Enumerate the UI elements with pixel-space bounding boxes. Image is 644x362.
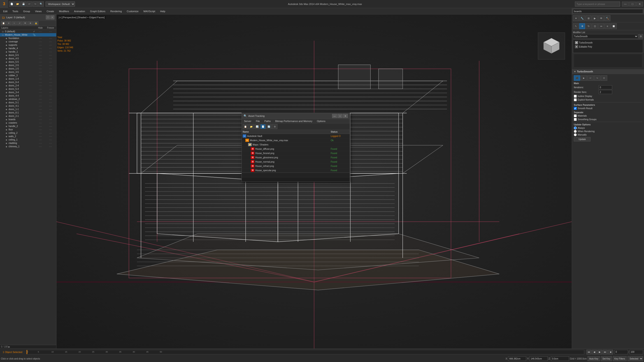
asset-tool-3[interactable]: 📊 — [254, 124, 260, 129]
turbsmooth-btn3[interactable]: ↩ — [587, 75, 594, 81]
always-radio[interactable] — [574, 126, 577, 129]
layer-item[interactable]: ◆ ceiling_1 ---- ---- — [0, 138, 56, 141]
asset-tracker-btn[interactable]: 🔍 — [38, 1, 44, 7]
minimize-btn[interactable]: — — [622, 1, 629, 6]
asset-tool-4[interactable]: 📑 — [260, 124, 266, 129]
asset-refresh-btn[interactable]: 🔄 — [266, 124, 272, 129]
layer-item[interactable]: ◆ chimney_1 ---- ---- — [0, 145, 56, 148]
turbsmooth-btn2[interactable]: ▶ — [580, 75, 587, 81]
layer-item[interactable]: ◆ windows_2 ---- ---- — [0, 97, 56, 101]
y-input[interactable] — [530, 356, 548, 361]
explicit-normals-checkbox[interactable] — [574, 98, 577, 101]
play-prev-btn[interactable]: ◀ — [592, 350, 597, 355]
mirror-btn[interactable]: ⇔ — [598, 23, 604, 29]
undo-btn[interactable]: ↩ — [27, 1, 32, 7]
add-to-layer-btn[interactable]: + — [12, 21, 17, 25]
layer-item[interactable]: ◆ doors_1-5 ---- ---- — [0, 67, 56, 70]
select-btn[interactable]: ↖ — [573, 23, 579, 29]
boards-search-input[interactable] — [573, 9, 643, 13]
turbsmooth-expand-arrow[interactable]: ▼ — [574, 70, 576, 73]
layer-item[interactable]: ◆ doors_2-5 ---- ---- — [0, 64, 56, 67]
col-hide[interactable]: Hide — [36, 27, 45, 29]
modifier-dropdown[interactable]: TurboSmooth — [573, 34, 638, 38]
display-btn[interactable]: 👁 — [598, 15, 604, 21]
asset-row[interactable]: 📁 Maps / Shaders — [242, 143, 350, 147]
asset-row[interactable]: 🖼 House_diffuse.png Found — [242, 147, 350, 151]
asset-menu-options[interactable]: Options — [315, 119, 328, 123]
asset-row[interactable]: 🖼 House_refract.png Found — [242, 164, 350, 168]
delete-layer-btn[interactable]: ✕ — [6, 21, 11, 25]
play-next-btn[interactable]: ⏭ — [603, 350, 608, 355]
asset-tool-1[interactable]: 📋 — [243, 124, 248, 129]
asset-settings-btn[interactable]: ⚙ — [272, 124, 278, 129]
save-btn[interactable]: 💾 — [21, 1, 26, 7]
layer-item[interactable]: ◆ handle_4 ---- ---- — [0, 47, 56, 50]
layer-item[interactable]: ◆ doors_6-4 ---- ---- — [0, 80, 56, 84]
move-btn[interactable]: ✚ — [579, 23, 585, 29]
x-input[interactable] — [508, 356, 526, 361]
maximize-btn[interactable]: □ — [629, 1, 636, 6]
time-end-input[interactable] — [630, 350, 643, 354]
help-btn[interactable]: ? — [46, 15, 50, 19]
layer-item[interactable]: ◆ handle_1 ---- ---- — [0, 50, 56, 53]
layer-item[interactable]: ◆ handle_2 ---- ---- — [0, 124, 56, 128]
layer-item[interactable]: ◆ walls_2 ---- ---- — [0, 135, 56, 138]
layer-item[interactable]: ◆ doors_6-1 ---- ---- — [0, 111, 56, 114]
layer-item[interactable]: ◆ ceiling_2 ---- ---- — [0, 131, 56, 135]
asset-row[interactable]: V Autodesk Vault Logged O — [242, 134, 350, 138]
snap-btn[interactable]: 🔲 — [611, 23, 617, 29]
hide-layer-btn[interactable]: 👁 — [22, 21, 28, 25]
smoothing-groups-checkbox[interactable] — [574, 118, 577, 121]
close-btn[interactable]: ✕ — [636, 1, 643, 6]
menu-customize[interactable]: Customize — [124, 9, 141, 13]
modifier-item-epoly[interactable]: ◽ Editable Poly — [574, 45, 642, 49]
asset-menu-server[interactable]: Server — [242, 119, 254, 123]
align-btn[interactable]: ≡ — [604, 23, 610, 29]
iterations-input[interactable] — [599, 85, 612, 89]
update-btn[interactable]: Update — [574, 137, 590, 141]
layer-item[interactable]: ◆ cladding ---- ---- — [0, 141, 56, 145]
layer-item[interactable]: ◆ doors_4-4 ---- ---- — [0, 94, 56, 97]
turbsmooth-btn5[interactable]: ⊡ — [601, 75, 607, 81]
new-btn[interactable]: 📄 — [9, 1, 14, 7]
manually-radio[interactable] — [574, 133, 577, 136]
asset-row[interactable]: 🖼 House_fresnel.png Found — [242, 151, 350, 155]
motion-btn[interactable]: ▶ — [592, 15, 598, 21]
redo-btn[interactable]: ↪ — [32, 1, 38, 7]
lock-layer-btn[interactable]: 🔒 — [34, 21, 38, 25]
layer-item[interactable]: ◆ floor ---- ---- — [0, 128, 56, 131]
asset-row[interactable]: 🖼 House_specular.png Found — [242, 168, 350, 173]
workspace-selector[interactable]: Workspace: DefaultWorkspace: Default — [46, 1, 75, 6]
time-input[interactable] — [614, 350, 628, 354]
menu-create[interactable]: Create — [44, 9, 56, 13]
layer-item-selected[interactable]: 🗂 Modern_House_White 📎 ---- ---- — [0, 33, 56, 36]
layer-item[interactable]: ◆ doors_2-4 ---- ---- — [0, 84, 56, 87]
hierarchy-btn[interactable]: ⊞ — [586, 15, 592, 21]
layer-item[interactable]: ◆ supports ---- ---- — [0, 43, 56, 47]
col-freeze[interactable]: Freeze — [45, 27, 56, 29]
menu-help[interactable]: Help — [158, 9, 168, 13]
select-from-layer-btn[interactable]: ↗ — [17, 21, 22, 25]
modify-panel-btn[interactable]: 🔧 — [579, 15, 585, 21]
menu-group[interactable]: Group — [21, 9, 32, 13]
search-input[interactable] — [575, 1, 620, 6]
freeze-layer-btn[interactable]: ❄ — [28, 21, 33, 25]
menu-edit[interactable]: Edit — [1, 9, 10, 13]
layer-item[interactable]: ◆ boards ---- ---- — [0, 118, 56, 121]
asset-menu-paths[interactable]: Paths — [262, 119, 273, 123]
materials-checkbox[interactable] — [574, 114, 577, 117]
asset-menu-bitmap[interactable]: Bitmap Performance and Memory — [273, 119, 314, 123]
menu-animation[interactable]: Animation — [72, 9, 87, 13]
when-rendering-radio[interactable] — [574, 130, 577, 133]
layer-item[interactable]: ◆ doors_1-4 ---- ---- — [0, 77, 56, 80]
layer-item[interactable]: ◆ doors_5-1 ---- ---- — [0, 101, 56, 104]
layer-item[interactable]: ◆ coasters ---- ---- — [0, 121, 56, 124]
asset-row[interactable]: 🖼 House_normal.png Found — [242, 160, 350, 164]
modifier-item-turbsmooth[interactable]: ◽ TurboSmooth — [574, 41, 642, 45]
asset-row[interactable]: M Modern_House_White_max_vray.max Ok — [242, 138, 350, 143]
menu-maxscript[interactable]: MAXScript — [141, 9, 158, 13]
isoline-checkbox[interactable] — [574, 95, 577, 98]
auto-key-btn[interactable]: Auto Key — [588, 356, 600, 361]
z-input[interactable] — [551, 356, 569, 361]
asset-minimize-btn[interactable]: — — [332, 114, 337, 118]
